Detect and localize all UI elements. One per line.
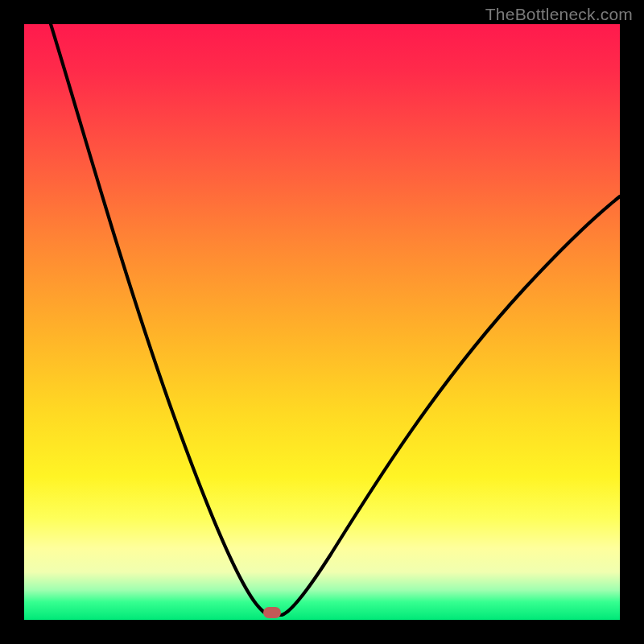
watermark-text: TheBottleneck.com	[485, 5, 633, 24]
bottleneck-curve	[24, 24, 620, 620]
chart-frame: TheBottleneck.com	[0, 0, 644, 644]
optimum-marker	[263, 607, 281, 618]
curve-path	[51, 24, 620, 615]
plot-area	[24, 24, 620, 620]
